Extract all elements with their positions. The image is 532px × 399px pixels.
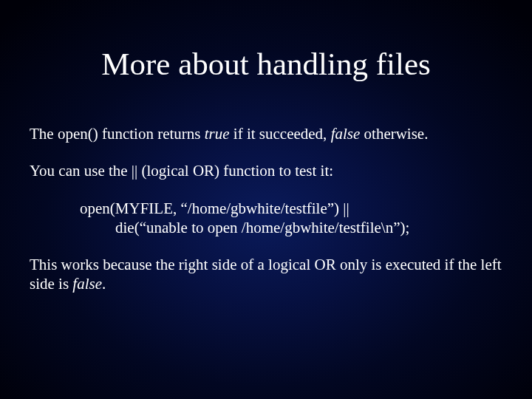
p1-text-a: The open() function returns xyxy=(30,125,205,143)
p3-false: false xyxy=(72,275,102,293)
paragraph-1: The open() function returns true if it s… xyxy=(30,124,502,143)
code-line-2: die(“unable to open /home/gbwhite/testfi… xyxy=(115,218,502,237)
slide-body: The open() function returns true if it s… xyxy=(30,124,502,294)
p3-text-b: . xyxy=(102,275,106,293)
p1-text-b: if it succeeded, xyxy=(230,125,331,143)
p1-true: true xyxy=(205,125,230,143)
p1-text-c: otherwise. xyxy=(360,125,428,143)
code-block: open(MYFILE, “/home/gbwhite/testfile”) |… xyxy=(80,199,502,238)
paragraph-3: This works because the right side of a l… xyxy=(30,255,502,294)
code-line-1: open(MYFILE, “/home/gbwhite/testfile”) |… xyxy=(80,199,502,218)
paragraph-2: You can use the || (logical OR) function… xyxy=(30,161,502,180)
p1-false: false xyxy=(331,125,361,143)
slide-title: More about handling files xyxy=(0,46,532,82)
